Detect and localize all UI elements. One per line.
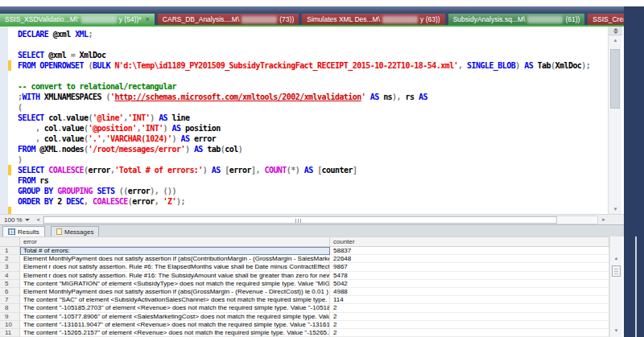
error-cell[interactable]: Element r does not satisfy assertion. Ru…	[20, 272, 330, 280]
messages-tab-label: Messages	[64, 228, 93, 236]
code-line: FROM OPENROWSET (BULK N'd:\Temp\id1189_P…	[18, 60, 590, 71]
tab-label: Simulates XML Des...M\	[307, 15, 380, 23]
code-line: FROM rs	[18, 175, 590, 186]
sql-code[interactable]: DECLARE @xml XML;SELECT @xml = XmlDocFRO…	[18, 29, 590, 214]
error-cell[interactable]: The content "-10577.8906" of element <Sa…	[20, 313, 330, 321]
counter-cell[interactable]: 58837	[330, 247, 609, 255]
table-row[interactable]: 2Element MonthlyPayment does not satisfy…	[0, 255, 609, 263]
scroll-down-arrow-icon[interactable]: ▼	[609, 205, 622, 214]
sql-editor[interactable]: DECLARE @xml XML;SELECT @xml = XmlDocFRO…	[0, 27, 608, 214]
document-tab[interactable]: SubsidyAnalysis.sq...M\(61))	[448, 14, 585, 25]
counter-cell[interactable]: 4988	[330, 288, 609, 296]
code-line: (	[18, 102, 590, 113]
table-row[interactable]: 5The content "MIGRATION" of element <Sub…	[0, 280, 609, 288]
window-top-strip	[0, 0, 644, 6]
document-tabs: SSIS_XSDValidatio...M\'y (54))*×CARS_DB_…	[0, 14, 644, 25]
tab-suffix: y (63))	[420, 15, 440, 23]
code-line: ORDER BY 2 DESC, COALESCE(error, 'Z');	[18, 196, 590, 207]
table-row[interactable]: 3Element r does not satisfy assertion. R…	[0, 263, 609, 271]
scroll-right-arrow-icon[interactable]: ►	[600, 216, 608, 224]
error-cell[interactable]: The content "MIGRATION" of element <Subs…	[20, 280, 330, 288]
ssms-window: SSIS_XSDValidatio...M\'y (54))*×CARS_DB_…	[0, 0, 644, 337]
code-line: )	[18, 154, 590, 165]
document-tab[interactable]: CARS_DB_Analysis....M\(73))	[158, 14, 299, 25]
document-tab[interactable]: Simulates XML Des...M\y (63))	[302, 14, 444, 25]
code-line: SELECT COALESCE(error,'Total # of errors…	[18, 165, 590, 175]
tab-results[interactable]: Results	[2, 226, 45, 237]
row-number-cell[interactable]: 6	[0, 288, 20, 296]
code-line	[18, 207, 590, 214]
grid-vertical-scrollbar[interactable]: ▲ ▼	[609, 236, 622, 337]
row-number-cell[interactable]: 5	[0, 280, 20, 288]
editor-vertical-scrollbar[interactable]: ▲ ▼	[608, 27, 621, 214]
error-cell[interactable]: Element MonthlyPayment does not satisfy …	[20, 288, 330, 296]
editor-scrollbar-thumb[interactable]	[610, 49, 620, 109]
editor-zoom-control[interactable]: 100 %	[2, 216, 32, 224]
code-line	[18, 71, 590, 81]
counter-cell[interactable]: 2	[330, 321, 609, 329]
error-cell[interactable]: The content "-105185.2703" of element <R…	[20, 304, 330, 312]
row-number-cell[interactable]: 10	[0, 321, 20, 329]
table-row[interactable]: 9The content "-10577.8906" of element <S…	[0, 313, 609, 321]
counter-cell[interactable]: 22648	[330, 255, 609, 263]
scrollbar-grip	[295, 219, 301, 223]
row-number-cell[interactable]: 2	[0, 255, 20, 263]
splitter-up-icon	[613, 28, 618, 31]
grid-scrollbar-thumb[interactable]	[612, 265, 621, 277]
row-number-cell[interactable]: 4	[0, 272, 20, 280]
table-row[interactable]: 11The content "-15265.2157" of element <…	[0, 329, 609, 337]
table-row[interactable]: 4Element r does not satisfy assertion. R…	[0, 272, 609, 280]
counter-cell[interactable]: 2	[330, 329, 609, 337]
row-number-cell[interactable]: 1	[0, 247, 20, 255]
error-cell[interactable]: The content "-131611.9047" of element <R…	[20, 321, 330, 329]
tab-suffix: (61))	[565, 15, 580, 23]
counter-cell[interactable]: 9867	[330, 263, 609, 271]
table-row[interactable]: 8The content "-105185.2703" of element <…	[0, 304, 609, 312]
document-tab-bar: SSIS_XSDValidatio...M\'y (54))*×CARS_DB_…	[0, 6, 644, 25]
redacted-text	[242, 16, 277, 23]
table-row[interactable]: 10The content "-131611.9047" of element …	[0, 321, 609, 329]
scroll-left-arrow-icon[interactable]: ◄	[34, 216, 42, 224]
column-header-counter[interactable]: counter	[330, 236, 609, 247]
code-line	[18, 39, 590, 50]
code-line: -- convert to relational/rectangular	[18, 81, 590, 92]
row-number-cell[interactable]: 3	[0, 263, 20, 271]
table-row[interactable]: 7The content "SAC" of element <SubsidyAc…	[0, 296, 609, 304]
messages-page-icon	[56, 228, 62, 235]
error-cell[interactable]: The content "SAC" of element <SubsidyAct…	[20, 296, 330, 304]
code-line: , col.value('@position','INT') AS positi…	[18, 123, 590, 134]
counter-cell[interactable]: 2	[330, 304, 609, 312]
error-cell[interactable]: Element r does not satisfy assertion. Ru…	[20, 263, 330, 271]
table-row[interactable]: 1Total # of errors:58837	[0, 247, 609, 255]
counter-cell[interactable]: 5478	[330, 272, 609, 280]
row-number-cell[interactable]: 8	[0, 304, 20, 312]
grid-corner-cell[interactable]	[0, 236, 20, 247]
zoom-value: 100 %	[4, 216, 23, 224]
results-grid-icon	[8, 228, 15, 235]
row-number-cell[interactable]: 9	[0, 313, 20, 321]
editor-hscrollbar-thumb[interactable]	[43, 216, 557, 224]
table-row[interactable]: 6Element MonthlyPayment does not satisfy…	[0, 288, 609, 296]
splitter-handle[interactable]	[609, 27, 622, 35]
row-number-cell[interactable]: 7	[0, 296, 20, 304]
changed-line-indicator	[8, 207, 11, 214]
error-cell[interactable]: Element MonthlyPayment does not satisfy …	[20, 255, 330, 263]
close-icon[interactable]: ×	[146, 15, 150, 23]
column-header-error[interactable]: error	[20, 236, 330, 247]
counter-cell[interactable]: 114	[330, 296, 609, 304]
grid-scroll-up-arrow-icon[interactable]: ▲	[610, 254, 622, 263]
error-cell[interactable]: Total # of errors:	[20, 247, 330, 255]
changed-line-indicator	[8, 60, 11, 71]
counter-cell[interactable]: 2	[330, 313, 609, 321]
grid-scroll-down-arrow-icon[interactable]: ▼	[610, 327, 622, 335]
grid-body: 1Total # of errors:588372Element Monthly…	[0, 247, 609, 337]
error-cell[interactable]: The content "-15265.2157" of element <Re…	[20, 329, 330, 337]
editor-hscrollbar-track[interactable]	[43, 216, 598, 224]
counter-cell[interactable]: 5042	[330, 280, 609, 288]
code-line: FROM @XML.nodes('/root/messages/error') …	[18, 144, 590, 154]
scroll-up-arrow-icon[interactable]: ▲	[609, 36, 622, 45]
redacted-text	[527, 16, 563, 23]
row-number-cell[interactable]: 11	[0, 329, 20, 337]
document-tab[interactable]: SSIS_XSDValidatio...M\'y (54))*×	[0, 14, 155, 25]
tab-messages[interactable]: Messages	[51, 226, 99, 237]
